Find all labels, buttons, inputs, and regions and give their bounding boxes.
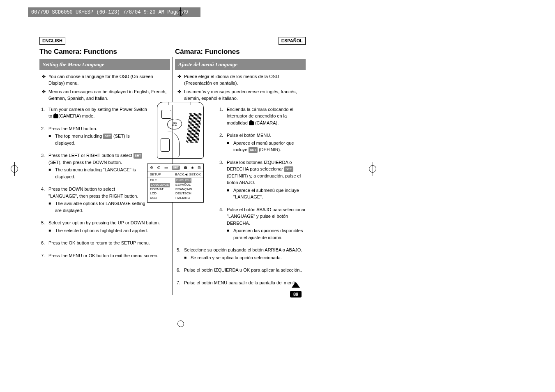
step-text: Press the MENU button. bbox=[48, 125, 150, 132]
page-number: 89 bbox=[290, 291, 302, 297]
substep-text: The selected option is highlighted and a… bbox=[55, 227, 148, 234]
step-5: 5. Select your option by pressing the UP… bbox=[41, 219, 170, 234]
intro-text: Menus and messages can be displayed in E… bbox=[48, 88, 170, 102]
step-number: 3. bbox=[41, 152, 48, 159]
menu-item: FORMAT bbox=[150, 187, 175, 192]
substep-text: Aparece el menú superior que incluye SET… bbox=[233, 140, 306, 153]
step-text: Seleccione su opción pulsando el botón A… bbox=[184, 247, 306, 254]
step-3: 3. Press the LEFT or RIGHT button to sel… bbox=[41, 152, 150, 180]
step-7: 7. Press the MENU or OK button to exit t… bbox=[41, 252, 170, 259]
language-tag-spanish: ESPAÑOL bbox=[279, 37, 306, 45]
substep-text: The submenu including "LANGUAGE" is disp… bbox=[55, 166, 137, 180]
substep-text: Aparece el submenú que incluye "LANGUAGE… bbox=[233, 187, 306, 201]
set-badge-icon: SET bbox=[172, 166, 180, 170]
square-bullet-icon: ■ bbox=[48, 200, 55, 206]
menu-item: USB bbox=[150, 196, 175, 201]
menu-back-label: BACK:◀ bbox=[175, 173, 187, 176]
camera-icon bbox=[53, 114, 58, 118]
registration-mark-icon bbox=[366, 162, 380, 176]
bullet-icon: ✤ bbox=[177, 88, 184, 95]
step-text: Press the MENU or OK button to exit the … bbox=[48, 252, 170, 259]
bullet-icon: ✤ bbox=[42, 73, 48, 80]
step-text: Pulse el botón MENU. bbox=[227, 132, 306, 139]
step-number: 1. bbox=[219, 106, 227, 113]
step-number: 7. bbox=[41, 252, 48, 259]
step-text: Pulse los botones IZQUIERDA o DERECHA pa… bbox=[227, 159, 306, 186]
gear-icon: ⚙ bbox=[150, 166, 153, 170]
grid-icon: ⊞ bbox=[198, 166, 201, 170]
section-title: The Camera: Functions bbox=[39, 46, 170, 57]
set-badge-icon: SET bbox=[134, 153, 143, 159]
square-bullet-icon: ■ bbox=[48, 166, 55, 173]
step-2: 2. Press the MENU button. ■ The top menu… bbox=[41, 125, 150, 147]
menu-setok-label: SET:OK bbox=[189, 173, 201, 176]
display-icon: ▭ bbox=[164, 166, 168, 170]
square-bullet-icon: ■ bbox=[48, 133, 55, 139]
step-number: 4. bbox=[41, 186, 48, 193]
step-4: 4. Pulse el botón ABAJO para seleccionar… bbox=[219, 206, 306, 241]
subsection-heading: Setting the Menu Language bbox=[39, 59, 170, 70]
step-number: 2. bbox=[219, 132, 227, 139]
set-badge-icon: SET bbox=[284, 166, 293, 172]
registration-mark-icon bbox=[7, 162, 21, 176]
menu-title: SETUP bbox=[150, 173, 161, 176]
intro-text: Puede elegir el idioma de los menús de l… bbox=[184, 73, 306, 87]
set-badge-icon: SET bbox=[103, 134, 112, 139]
set-badge-icon: SET bbox=[249, 147, 258, 153]
menu-option: ESPAÑOL bbox=[175, 183, 201, 187]
step-text: Pulse el botón MENU para salir de la pan… bbox=[184, 279, 306, 286]
substep-text: Aparecen las opciones disponibles para e… bbox=[233, 227, 306, 241]
step-number: 5. bbox=[41, 219, 48, 226]
step-text: Encienda la cámara colocando el interrup… bbox=[227, 106, 306, 127]
print-header: 00779D SCD6050 UK+ESP (60-123) 7/8/04 9:… bbox=[28, 7, 200, 17]
square-bullet-icon: ■ bbox=[227, 227, 233, 233]
step-5: 5. Seleccione su opción pulsando el botó… bbox=[177, 247, 306, 261]
bullet-icon: ✤ bbox=[42, 88, 48, 95]
menu-left-column: FILE LANGUAGE FORMAT LCD USB bbox=[150, 178, 175, 201]
step-3: 3. Pulse los botones IZQUIERDA o DERECHA… bbox=[219, 159, 306, 201]
menu-item-selected: LANGUAGE bbox=[150, 183, 170, 187]
crop-mark-icon bbox=[176, 319, 186, 329]
substep-text: The top menu including SET (SET) is disp… bbox=[55, 133, 150, 146]
language-tag-english: ENGLISH bbox=[39, 37, 65, 45]
step-number: 1. bbox=[41, 106, 48, 113]
intro-text: You can choose a language for the OSD (O… bbox=[48, 73, 170, 87]
diamond-icon: ◈ bbox=[191, 166, 194, 170]
substep-text: Se resalta y se aplica la opción selecci… bbox=[191, 254, 282, 261]
step-text: Press the DOWN button to select "LANGUAG… bbox=[48, 186, 143, 199]
menu-option: ITALIANO bbox=[175, 196, 201, 201]
intro-list: ✤ Puede elegir el idioma de los menús de… bbox=[177, 73, 306, 102]
page-number-badge: 89 bbox=[288, 288, 304, 297]
square-bullet-icon: ■ bbox=[227, 140, 233, 146]
camera-icon bbox=[249, 121, 254, 125]
crop-mark-icon bbox=[177, 7, 184, 15]
step-number: 3. bbox=[219, 159, 227, 166]
menu-option-selected: ENGLISH bbox=[175, 178, 191, 183]
step-text: Turn your camera on by setting the Power… bbox=[48, 106, 150, 120]
step-text: Pulse el botón IZQUIERDA u OK para aplic… bbox=[184, 267, 306, 274]
mode-dial-icon bbox=[167, 118, 183, 130]
step-1: 1. Encienda la cámara colocando el inter… bbox=[219, 106, 306, 127]
step-7: 7. Pulse el botón MENU para salir de la … bbox=[177, 279, 306, 286]
intro-text: Los menús y mensajes pueden verse en ing… bbox=[184, 88, 306, 102]
menu-option: DEUTSCH bbox=[175, 191, 201, 196]
step-text: Press the OK button to return to the SET… bbox=[48, 240, 170, 247]
substep-text: The available options for LANGUAGE setti… bbox=[55, 200, 145, 214]
step-number: 6. bbox=[41, 240, 48, 247]
square-bullet-icon: ■ bbox=[48, 227, 55, 233]
print-icon: 🖶 bbox=[184, 166, 187, 170]
step-number: 2. bbox=[41, 125, 48, 132]
menu-right-column: ENGLISH ESPAÑOL FRANÇAIS DEUTSCH ITALIAN… bbox=[175, 178, 201, 201]
step-2: 2. Pulse el botón MENU. ■ Aparece el men… bbox=[219, 132, 306, 153]
step-6: 6. Press the OK button to return to the … bbox=[41, 240, 170, 247]
intro-list: ✤ You can choose a language for the OSD … bbox=[42, 73, 170, 102]
step-6: 6. Pulse el botón IZQUIERDA u OK para ap… bbox=[177, 267, 306, 274]
square-bullet-icon: ■ bbox=[227, 187, 233, 193]
section-title: Cámara: Funciones bbox=[175, 46, 306, 57]
subsection-heading: Ajuste del menú Language bbox=[175, 59, 306, 70]
step-number: 6. bbox=[177, 267, 184, 274]
step-4: 4. Press the DOWN button to select "LANG… bbox=[41, 186, 150, 214]
timer-icon: ⏱ bbox=[157, 166, 161, 170]
bullet-icon: ✤ bbox=[177, 73, 184, 80]
step-number: 4. bbox=[219, 206, 227, 213]
